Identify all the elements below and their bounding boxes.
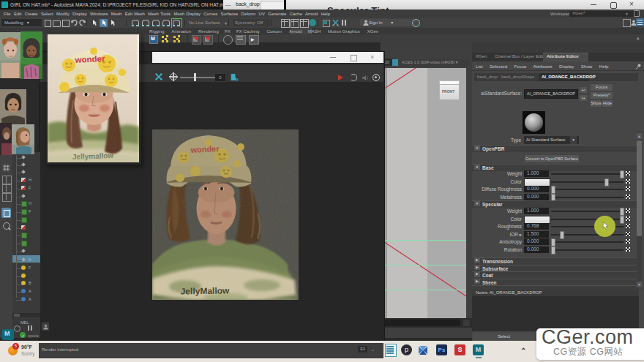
svg-text:wonder: wonder (74, 54, 105, 64)
